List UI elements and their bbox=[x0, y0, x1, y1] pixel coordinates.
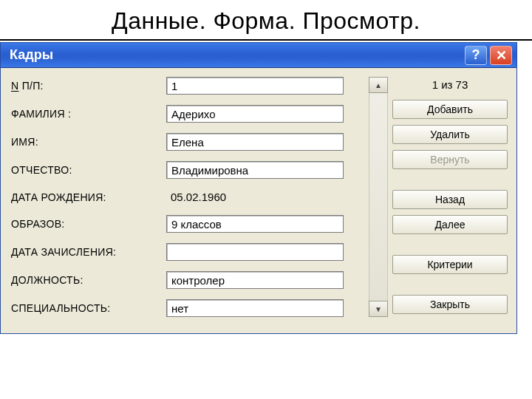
label-position: ДОЛЖНОСТЬ: bbox=[11, 274, 159, 286]
scroll-track[interactable] bbox=[369, 93, 388, 301]
next-button-label: Далее bbox=[434, 219, 465, 231]
delete-button-label: Удалить bbox=[430, 129, 469, 140]
criteria-button-label: Критерии bbox=[427, 259, 472, 270]
scroll-down-button[interactable]: ▼ bbox=[369, 301, 388, 317]
restore-button-label: Вернуть bbox=[430, 154, 469, 166]
input-surname[interactable] bbox=[166, 105, 344, 123]
input-education[interactable] bbox=[166, 215, 344, 233]
label-npp: N N П/П:П/П: bbox=[11, 80, 159, 92]
input-npp[interactable] bbox=[166, 77, 344, 95]
label-enroll: ДАТА ЗАЧИСЛЕНИЯ: bbox=[11, 246, 159, 258]
criteria-button[interactable]: Критерии bbox=[392, 255, 508, 274]
label-dob: ДАТА РОЖДЕНИЯ: bbox=[11, 191, 159, 203]
input-specialty[interactable] bbox=[166, 299, 344, 317]
add-button-label: Добавить bbox=[427, 103, 473, 115]
side-buttons: 1 из 73 Добавить Удалить Вернуть Назад Д… bbox=[392, 77, 511, 317]
page-title: Данные. Форма. Просмотр. bbox=[0, 0, 532, 41]
close-icon: ✕ bbox=[496, 47, 507, 64]
window-titlebar: Кадры ? ✕ bbox=[1, 43, 516, 68]
scroll-up-button[interactable]: ▲ bbox=[369, 77, 388, 93]
close-window-button[interactable]: ✕ bbox=[490, 46, 512, 65]
input-position[interactable] bbox=[166, 271, 344, 289]
chevron-down-icon: ▼ bbox=[375, 305, 382, 313]
restore-button: Вернуть bbox=[392, 150, 508, 169]
label-patronymic: ОТЧЕСТВО: bbox=[11, 164, 159, 176]
record-counter: 1 из 73 bbox=[392, 77, 508, 94]
form-fields: N N П/П:П/П: ФАМИЛИЯ : ИМЯ: ОТЧЕСТВО: ДА… bbox=[11, 77, 364, 317]
value-dob: 05.02.1960 bbox=[166, 189, 344, 205]
label-specialty: СПЕЦИАЛЬНОСТЬ: bbox=[11, 302, 159, 314]
window-title: Кадры bbox=[10, 47, 462, 63]
form-window: Кадры ? ✕ N N П/П:П/П: ФАМИЛИЯ : ИМЯ: ОТ… bbox=[0, 42, 517, 334]
label-education: ОБРАЗОВ: bbox=[11, 218, 159, 230]
input-enroll[interactable] bbox=[166, 243, 344, 261]
help-button[interactable]: ? bbox=[465, 46, 487, 65]
input-name[interactable] bbox=[166, 133, 344, 151]
close-button-label: Закрыть bbox=[430, 299, 470, 310]
label-surname: ФАМИЛИЯ : bbox=[11, 108, 159, 120]
form-scrollbar[interactable]: ▲ ▼ bbox=[369, 77, 388, 317]
back-button-label: Назад bbox=[435, 194, 465, 205]
help-icon: ? bbox=[472, 47, 480, 63]
add-button[interactable]: Добавить bbox=[392, 100, 508, 119]
label-name: ИМЯ: bbox=[11, 136, 159, 148]
close-button[interactable]: Закрыть bbox=[392, 295, 508, 314]
back-button[interactable]: Назад bbox=[392, 190, 508, 209]
next-button[interactable]: Далее bbox=[392, 215, 508, 234]
chevron-up-icon: ▲ bbox=[375, 81, 382, 89]
delete-button[interactable]: Удалить bbox=[392, 125, 508, 144]
input-patronymic[interactable] bbox=[166, 161, 344, 179]
